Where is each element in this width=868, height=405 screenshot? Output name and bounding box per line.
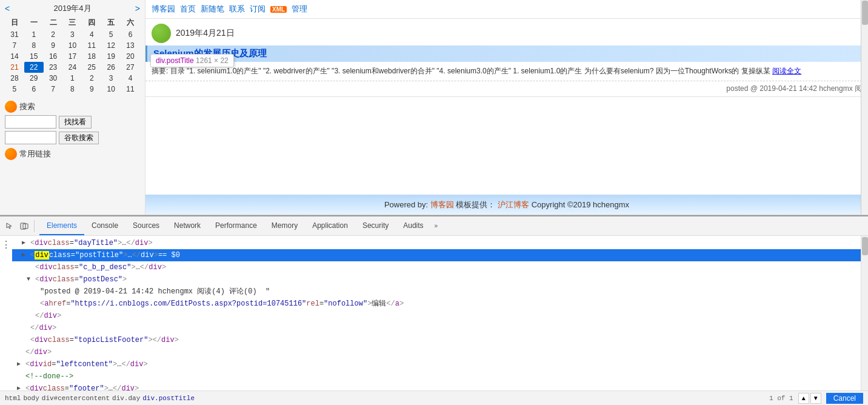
tab-sources[interactable]: Sources [125,216,167,235]
calendar-day[interactable]: 28 [5,73,24,84]
calendar-next[interactable]: > [135,4,140,13]
calendar-day[interactable]: 8 [63,84,82,95]
calendar-prev[interactable]: < [5,4,10,13]
footer-hujiang-link[interactable]: 沪江博客 [498,200,529,209]
calendar-day[interactable]: 22 [24,62,44,73]
calendar-day[interactable]: 3 [63,29,82,40]
calendar-day[interactable]: 15 [24,51,44,62]
calendar-day[interactable]: 4 [121,73,140,84]
calendar-day[interactable]: 2 [82,73,101,84]
devtools-tabs: ElementsConsoleSourcesNetworkPerformance… [39,216,431,235]
calendar-day[interactable]: 13 [121,40,140,51]
calendar-day[interactable]: 6 [121,29,140,40]
website-scrollbar[interactable] [861,0,868,215]
nav-next-btn[interactable]: ▼ [810,393,821,404]
nav-home[interactable]: 首页 [180,4,196,15]
breadcrumb-item[interactable]: html [5,395,21,402]
calendar-day[interactable]: 7 [44,84,63,95]
search-input-2[interactable] [5,131,56,144]
calendar-day[interactable]: 2 [44,29,63,40]
calendar-day[interactable]: 8 [24,40,44,51]
weekday-sun: 日 [5,16,24,29]
search-button-2[interactable]: 谷歌搜索 [59,132,99,144]
calendar-day[interactable]: 12 [101,40,121,51]
element-line[interactable]: ▶<div id="leftcontent">…</div> [12,358,861,370]
calendar-day[interactable]: 16 [44,51,63,62]
breadcrumb-item[interactable]: div.day [112,395,140,402]
tab-performance[interactable]: Performance [208,216,264,235]
weekday-thu: 四 [82,16,101,29]
calendar-day[interactable]: 10 [101,84,121,95]
nav-subscribe[interactable]: 订阅 [250,4,265,15]
calendar-day[interactable]: 1 [24,29,44,40]
cancel-button[interactable]: Cancel [826,393,863,404]
calendar-day[interactable]: 6 [24,84,44,95]
calendar-day[interactable]: 5 [5,84,24,95]
calendar-day[interactable]: 10 [63,40,82,51]
breadcrumb-item[interactable]: div#centercontent [42,395,110,402]
element-line[interactable]: </div> [12,310,861,322]
read-more-link[interactable]: 阅读全文 [772,67,801,75]
tab-console[interactable]: Console [84,216,125,235]
site-footer: Powered by: 博客园 模板提供： 沪江博客 Copyright ©20… [145,195,868,215]
element-line[interactable]: ▶<div class="footer">…</div> [12,383,861,390]
element-line[interactable]: ▶<div class="postTitle">…</div> == $0 [12,249,861,261]
calendar-day[interactable]: 1 [63,73,82,84]
tab-network[interactable]: Network [167,216,208,235]
calendar-day[interactable]: 14 [5,51,24,62]
calendar-day[interactable]: 11 [121,84,140,95]
calendar-table: 日 一 二 三 四 五 六 31123456789101112131415161… [5,16,140,95]
more-tabs-icon[interactable]: » [431,223,442,229]
element-line[interactable]: </div> [12,322,861,334]
post-date: 2019年4月21日 [176,28,235,39]
calendar-day[interactable]: 9 [82,84,101,95]
tab-security[interactable]: Security [355,216,396,235]
calendar-day[interactable]: 25 [82,62,101,73]
calendar-day[interactable]: 24 [63,62,82,73]
footer-cnblogs-link[interactable]: 博客园 [430,200,454,209]
nav-blog-park[interactable]: 博客园 [152,4,175,15]
calendar-day[interactable]: 23 [44,62,63,73]
calendar-day[interactable]: 30 [44,73,63,84]
search-input-1[interactable] [5,115,56,129]
element-inspector-icon[interactable] [2,219,17,233]
tab-audits[interactable]: Audits [396,216,430,235]
nav-contact[interactable]: 联系 [229,4,245,15]
calendar-day[interactable]: 5 [101,29,121,40]
search-button-1[interactable]: 找找看 [59,116,92,129]
calendar-day[interactable]: 4 [82,29,101,40]
tab-elements[interactable]: Elements [39,216,84,235]
elements-list[interactable]: ▶<div class="dayTitle">…</div>▶<div clas… [12,236,861,390]
nav-manage[interactable]: 管理 [292,4,307,15]
element-line[interactable]: <div class="topicListFooter"></div> [12,334,861,346]
calendar-day[interactable]: 31 [5,29,24,40]
tab-application[interactable]: Application [305,216,355,235]
element-line[interactable]: <!--done--> [12,370,861,383]
element-line[interactable]: ▶<div class="dayTitle">…</div> [12,237,861,249]
calendar-day[interactable]: 19 [101,51,121,62]
element-line[interactable]: <div class="c_b_p_desc">…</div> [12,261,861,273]
device-toolbar-icon[interactable] [17,219,32,233]
expand-panel-btn[interactable]: ⋮ [0,236,12,253]
calendar-day[interactable]: 7 [5,40,24,51]
devtools-scrollbar[interactable] [861,236,868,390]
calendar-day[interactable]: 17 [63,51,82,62]
breadcrumb-item[interactable]: body [23,395,39,402]
tab-memory[interactable]: Memory [264,216,305,235]
element-line[interactable]: ▼<div class="postDesc"> [12,273,861,286]
nav-prev-btn[interactable]: ▲ [798,393,809,404]
calendar-day[interactable]: 18 [82,51,101,62]
calendar-day[interactable]: 9 [44,40,63,51]
calendar-day[interactable]: 3 [101,73,121,84]
calendar-day[interactable]: 26 [101,62,121,73]
element-line[interactable]: </div> [12,346,861,358]
element-line[interactable]: "posted @ 2019-04-21 14:42 hchengmx 阅读(4… [12,286,861,298]
calendar-day[interactable]: 21 [5,62,24,73]
element-line[interactable]: <a href="https://i.cnblogs.com/EditPosts… [12,298,861,310]
calendar-day[interactable]: 11 [82,40,101,51]
calendar-day[interactable]: 20 [121,51,140,62]
nav-new-post[interactable]: 新随笔 [201,4,224,15]
calendar-day[interactable]: 27 [121,62,140,73]
breadcrumb-item[interactable]: div.postTitle [142,395,195,402]
calendar-day[interactable]: 29 [24,73,44,84]
